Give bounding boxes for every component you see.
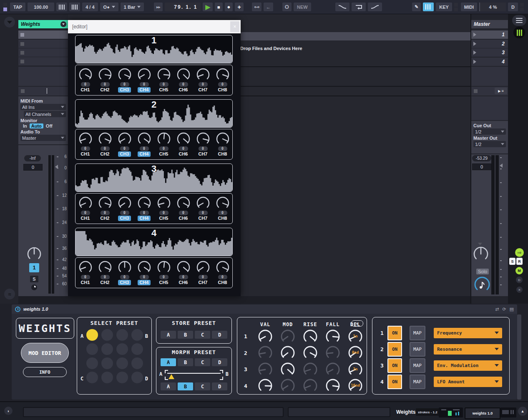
preset-pad[interactable] [86, 357, 98, 369]
master-gain-box[interactable]: 0 [472, 163, 491, 170]
show-hide-device-view-button[interactable]: ▲ [518, 407, 527, 416]
morph-slider-handle[interactable] [168, 374, 174, 379]
channel-label[interactable]: CH1 [80, 216, 90, 221]
matrix-knob[interactable] [303, 362, 318, 377]
clip-stop-button[interactable] [21, 89, 25, 93]
channel-knob[interactable] [118, 196, 132, 210]
master-volume-value[interactable]: -53.29 [472, 155, 491, 161]
target-select[interactable]: Env. Modulation [434, 360, 502, 371]
io-toggle[interactable]: I·O [515, 248, 524, 257]
channel-knob[interactable] [137, 132, 151, 146]
channel-knob[interactable] [78, 132, 93, 146]
knob-value[interactable]: 0 [218, 211, 227, 215]
channel-label[interactable]: CH5 [159, 216, 168, 221]
knob-value[interactable]: 0 [159, 146, 168, 151]
knob-value[interactable]: 0 [159, 82, 168, 87]
channel-knob[interactable] [118, 260, 132, 274]
preset-pad[interactable] [131, 343, 143, 355]
scene-play-icon[interactable] [473, 33, 476, 37]
device-thumbnail[interactable] [500, 407, 516, 417]
master-out-select[interactable]: 1/2 [473, 141, 506, 147]
channel-label[interactable]: CH7 [198, 216, 207, 221]
morph-slider[interactable] [167, 373, 221, 374]
info-view-toggle[interactable]: ◗ [4, 407, 13, 415]
scene-row[interactable]: 4 [471, 58, 508, 66]
map-button[interactable]: MAP [410, 326, 425, 340]
knob-value[interactable]: 0 [120, 82, 129, 87]
preset-button-c[interactable]: C [195, 382, 210, 390]
channel-knob[interactable] [216, 196, 230, 210]
preset-button-d[interactable]: D [212, 358, 227, 366]
target-select[interactable]: Frequency [434, 328, 502, 338]
channel-knob[interactable] [157, 132, 171, 146]
freeze-icon[interactable] [31, 284, 37, 290]
preset-pad[interactable] [116, 372, 128, 383]
channel-knob[interactable] [176, 260, 191, 274]
hamburger-icon[interactable] [512, 15, 526, 26]
key-map-button[interactable]: KEY [436, 3, 452, 11]
channel-label[interactable]: CH6 [179, 87, 188, 93]
save-preset-icon[interactable]: ▤ [510, 307, 514, 312]
map-button[interactable]: MAP [410, 342, 425, 357]
preset-pad[interactable] [131, 329, 143, 341]
clip-stop-row[interactable] [18, 87, 68, 96]
preset-button-b[interactable]: B [178, 358, 193, 366]
preset-pad[interactable] [86, 372, 98, 383]
solo-button[interactable]: S [30, 276, 38, 282]
nudge-down-button[interactable] [56, 3, 67, 11]
channel-label[interactable]: CH1 [80, 280, 90, 285]
track-header[interactable]: Weights [18, 20, 68, 28]
matrix-knob[interactable] [325, 378, 340, 393]
preset-pad[interactable] [116, 343, 128, 355]
matrix-knob[interactable] [303, 378, 318, 393]
device-titlebar[interactable]: weights 1.0 ⇄ ⟳ ▤ [12, 304, 517, 314]
preset-button-a[interactable]: A [161, 331, 176, 339]
new-button[interactable]: NEW [294, 3, 311, 11]
preset-button-a[interactable]: A [161, 358, 176, 366]
map-button[interactable]: MAP [410, 358, 425, 373]
device-chip-strokes[interactable]: strokes - 1.2 [416, 408, 440, 416]
matrix-knob[interactable] [303, 345, 318, 360]
channel-label[interactable]: CH3 [118, 87, 131, 93]
channel-label[interactable]: CH8 [218, 87, 227, 93]
preset-pad[interactable] [101, 329, 113, 341]
show-groove-pool-button[interactable] [4, 17, 15, 28]
channel-knob[interactable] [157, 68, 171, 82]
device-drag-strip[interactable] [517, 314, 521, 400]
channel-label[interactable]: CH8 [218, 151, 227, 157]
midi-map-button[interactable]: MIDI [461, 3, 477, 11]
editor-titlebar[interactable]: [editor] × [68, 20, 241, 33]
preset-button-d[interactable]: D [212, 331, 227, 339]
channel-knob[interactable] [196, 196, 210, 210]
preset-pad[interactable] [116, 329, 128, 341]
matrix-knob[interactable] [280, 329, 295, 344]
master-pan-knob[interactable] [473, 246, 489, 264]
knob-value[interactable]: 0 [140, 275, 149, 279]
monitor-auto-button[interactable]: Auto [30, 123, 43, 128]
target-select[interactable]: LFO Amount [434, 377, 502, 387]
knob-value[interactable]: 0 [218, 82, 227, 87]
channel-knob[interactable] [216, 260, 230, 274]
channel-label[interactable]: CH7 [198, 151, 207, 157]
channel-knob[interactable] [176, 196, 191, 210]
waveform-panel[interactable]: 4 [75, 228, 233, 256]
overdub-button[interactable]: + [235, 3, 243, 11]
knob-value[interactable]: 0 [101, 275, 110, 279]
monitor-off-button[interactable]: Off [46, 123, 53, 128]
reload-icon[interactable]: ⟳ [502, 307, 506, 312]
preset-pad[interactable] [101, 372, 113, 383]
on-button[interactable]: ON [387, 358, 402, 373]
clip-slot[interactable] [18, 30, 68, 39]
track-gain-box[interactable]: 0 [23, 164, 43, 171]
editor-window[interactable]: [editor] × 10CH10CH20CH30CH40CH50CH60CH7… [68, 20, 241, 296]
clip-slot[interactable] [18, 40, 68, 48]
loop-button[interactable] [352, 3, 366, 11]
channel-knob[interactable] [176, 68, 191, 82]
channel-label[interactable]: CH1 [80, 87, 90, 93]
time-signature[interactable]: 4 / 4 [82, 3, 98, 11]
groove-amount-menu[interactable]: O● [100, 3, 118, 11]
channel-label[interactable]: CH6 [179, 151, 188, 157]
mod-editor-button[interactable]: MOD EDITOR [21, 343, 69, 363]
knob-value[interactable]: 0 [120, 211, 129, 215]
scene-play-icon[interactable] [473, 60, 476, 64]
